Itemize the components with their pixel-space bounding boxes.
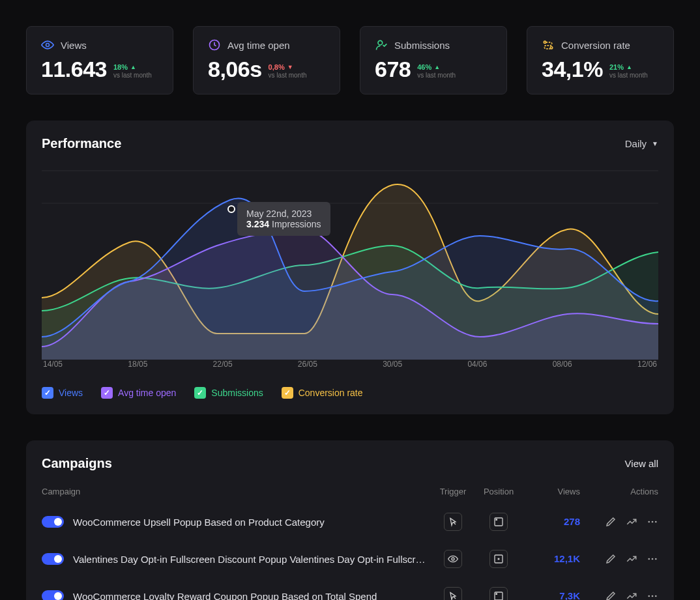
performance-title: Performance [42,136,121,151]
performance-chart: May 22nd, 2023 3.234Impressions 14/0518/… [42,164,658,373]
x-axis-label: 26/05 [298,360,317,369]
campaigns-panel: Campaigns View all Campaign Trigger Posi… [26,440,674,600]
position-icon[interactable] [489,550,508,568]
more-icon[interactable] [647,516,658,528]
performance-panel: Performance Daily ▼ May 22nd, 2023 3.234… [26,121,674,414]
svg-point-22 [655,595,657,597]
x-axis-label: 08/06 [553,360,572,369]
chart-hover-marker [227,205,235,213]
campaign-name[interactable]: WooCommerce Loyalty Reward Coupon Popup … [73,591,377,601]
stat-change-sub: vs last month [269,72,307,79]
trigger-icon[interactable] [444,587,462,600]
x-axis-label: 22/05 [213,360,233,369]
edit-icon[interactable] [605,553,617,565]
stat-label: Avg time open [227,40,290,51]
stat-card: Submissions 678 46% ▲ vs last month [360,26,507,94]
chart-x-labels: 14/0518/0522/0526/0530/0504/0608/0612/06 [42,360,658,369]
edit-icon[interactable] [605,590,617,600]
x-axis-label: 12/06 [637,360,657,369]
legend-label: Submissions [211,388,263,398]
svg-point-12 [452,558,454,560]
legend-item[interactable]: ✓ Views [42,387,83,399]
svg-point-15 [648,558,650,560]
stat-change-sub: vs last month [417,72,456,79]
stat-card: Conversion rate 34,1% 21% ▲ vs last mont… [527,26,674,94]
x-axis-label: 30/05 [383,360,402,369]
trigger-icon[interactable] [444,550,462,568]
campaign-views: 278 [564,516,580,527]
trend-down-icon: ▼ [287,64,293,71]
view-all-link[interactable]: View all [625,458,658,469]
legend-checkbox[interactable]: ✓ [282,387,293,399]
more-icon[interactable] [647,553,658,565]
svg-point-20 [648,595,650,597]
trend-up-icon: ▲ [130,64,136,71]
table-row: WooCommerce Loyalty Reward Coupon Popup … [42,577,658,600]
campaign-views: 12,1K [554,553,580,564]
chart-tooltip: May 22nd, 2023 3.234Impressions [237,202,330,236]
svg-rect-19 [495,593,497,595]
stat-card: Views 11.643 18% ▲ vs last month [26,26,173,94]
svg-point-21 [652,595,654,597]
tooltip-metric: Impressions [272,219,321,229]
position-icon[interactable] [489,587,508,600]
legend-checkbox[interactable]: ✓ [42,387,53,399]
campaigns-title: Campaigns [42,456,112,471]
trend-icon[interactable] [626,590,637,600]
stat-value: 34,1% [542,57,603,82]
eye-icon [41,38,54,51]
trend-icon[interactable] [626,553,637,565]
svg-point-10 [652,521,654,523]
stat-value: 11.643 [41,57,107,82]
stat-change-sub: vs last month [609,72,648,79]
svg-point-0 [46,44,50,47]
stat-change-pct: 18% [113,63,128,72]
legend-checkbox[interactable]: ✓ [194,387,206,399]
stat-change-pct: 46% [417,63,431,72]
stat-label: Conversion rate [561,40,630,51]
chevron-down-icon: ▼ [652,140,658,147]
x-axis-label: 18/05 [128,360,147,369]
legend-item[interactable]: ✓ Avg time open [101,387,176,399]
svg-point-2 [378,40,383,45]
period-dropdown[interactable]: Daily ▼ [625,138,658,149]
edit-icon[interactable] [605,516,617,528]
position-icon[interactable] [489,513,508,531]
stat-label: Views [61,40,87,51]
trend-up-icon: ▲ [434,64,440,71]
clock-icon [208,38,221,51]
legend-label: Conversion rate [299,388,363,398]
stats-row: Views 11.643 18% ▲ vs last month Avg tim… [26,26,674,94]
svg-rect-8 [495,519,497,521]
legend-checkbox[interactable]: ✓ [101,387,113,399]
user-check-icon [375,38,388,51]
legend-item[interactable]: ✓ Submissions [194,387,263,399]
svg-point-9 [648,521,650,523]
tooltip-date: May 22nd, 2023 [246,208,321,219]
trend-icon[interactable] [626,516,637,528]
campaign-name[interactable]: Valentines Day Opt-in Fullscreen Discoun… [73,554,430,565]
campaign-toggle[interactable] [42,553,64,565]
svg-rect-14 [498,558,500,560]
campaign-name[interactable]: WooCommerce Upsell Popup Based on Produc… [73,517,325,528]
svg-point-17 [655,558,657,560]
stat-card: Avg time open 8,06s 0,8% ▼ vs last month [193,26,340,94]
more-icon[interactable] [647,590,658,600]
legend-item[interactable]: ✓ Conversion rate [282,387,363,399]
campaign-toggle[interactable] [42,590,64,600]
x-axis-label: 14/05 [43,360,63,369]
tooltip-value: 3.234 [246,219,269,229]
campaign-toggle[interactable] [42,516,64,528]
trigger-icon[interactable] [444,513,462,531]
trend-up-icon: ▲ [626,64,632,71]
svg-point-4 [550,47,552,49]
campaigns-table-header: Campaign Trigger Position Views Actions [42,480,658,503]
svg-point-16 [652,558,654,560]
stat-change-pct: 21% [609,63,624,72]
stat-change-pct: 0,8% [269,63,285,72]
stat-value: 8,06s [208,57,262,82]
svg-point-11 [655,521,657,523]
chart-svg[interactable] [42,164,658,360]
svg-point-3 [544,41,546,43]
stat-value: 678 [375,57,411,82]
